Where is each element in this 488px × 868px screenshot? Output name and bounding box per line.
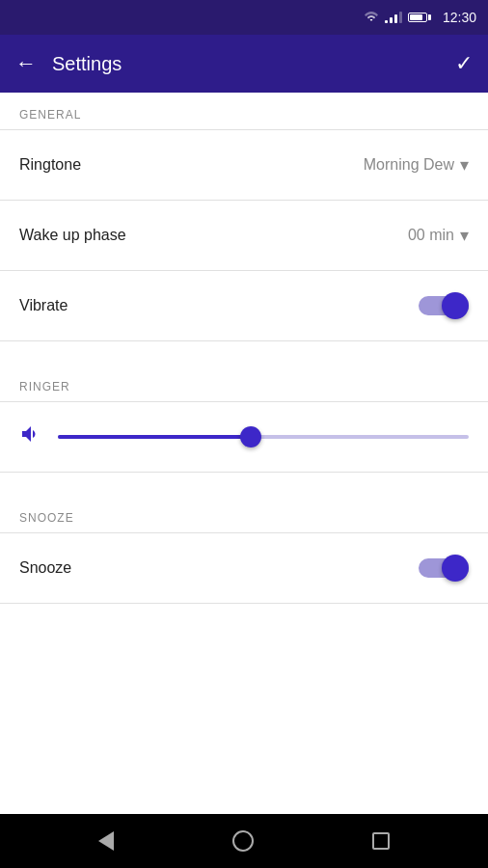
status-time: 12:30 [443, 10, 476, 25]
wakeup-label: Wake up phase [19, 227, 126, 244]
ringer-section-header: RINGER [0, 365, 488, 401]
slider-fill [58, 435, 251, 439]
ringtone-label: Ringtone [19, 156, 81, 174]
signal-icon [385, 12, 402, 23]
slider-thumb[interactable] [240, 426, 261, 448]
app-bar-left: ← Settings [15, 51, 122, 76]
page-title: Settings [52, 53, 122, 75]
ringtone-value: Morning Dew [364, 156, 454, 174]
status-bar: 12:30 [0, 0, 488, 35]
divider-8 [0, 603, 488, 604]
wakeup-row[interactable]: Wake up phase 00 min ▾ [0, 201, 488, 270]
bottom-nav [0, 814, 488, 868]
settings-content: GENERAL Ringtone Morning Dew ▾ Wake up p… [0, 93, 488, 814]
snooze-row: Snooze [0, 533, 488, 603]
slider-track [58, 435, 469, 439]
wakeup-value: 00 min [408, 227, 454, 244]
snooze-toggle[interactable] [419, 553, 469, 583]
snooze-toggle-thumb [442, 555, 469, 582]
ringtone-value-container[interactable]: Morning Dew ▾ [364, 154, 469, 176]
wakeup-value-container[interactable]: 00 min ▾ [408, 225, 469, 246]
nav-back-button[interactable] [98, 831, 114, 851]
snooze-section-header: SNOOZE [0, 496, 488, 532]
wifi-icon [364, 12, 379, 23]
confirm-button[interactable]: ✓ [455, 51, 473, 76]
spacer-2 [0, 473, 488, 496]
battery-icon [408, 13, 431, 22]
nav-recents-button[interactable] [372, 832, 390, 850]
nav-home-button[interactable] [232, 830, 254, 852]
status-icons: 12:30 [364, 10, 476, 25]
spacer-1 [0, 341, 488, 365]
general-section-header: GENERAL [0, 93, 488, 129]
snooze-label: Snooze [19, 559, 71, 577]
ringer-slider-row [0, 402, 488, 472]
vibrate-row: Vibrate [0, 271, 488, 340]
ringtone-dropdown-icon: ▾ [460, 154, 469, 176]
ringtone-row[interactable]: Ringtone Morning Dew ▾ [0, 130, 488, 200]
vibrate-toggle[interactable] [419, 290, 469, 321]
vibrate-toggle-thumb [442, 292, 469, 319]
wakeup-dropdown-icon: ▾ [460, 225, 469, 246]
volume-icon [19, 422, 42, 451]
vibrate-label: Vibrate [19, 297, 68, 314]
back-button[interactable]: ← [15, 51, 37, 76]
app-bar: ← Settings ✓ [0, 35, 488, 93]
ringer-slider[interactable] [58, 421, 469, 452]
